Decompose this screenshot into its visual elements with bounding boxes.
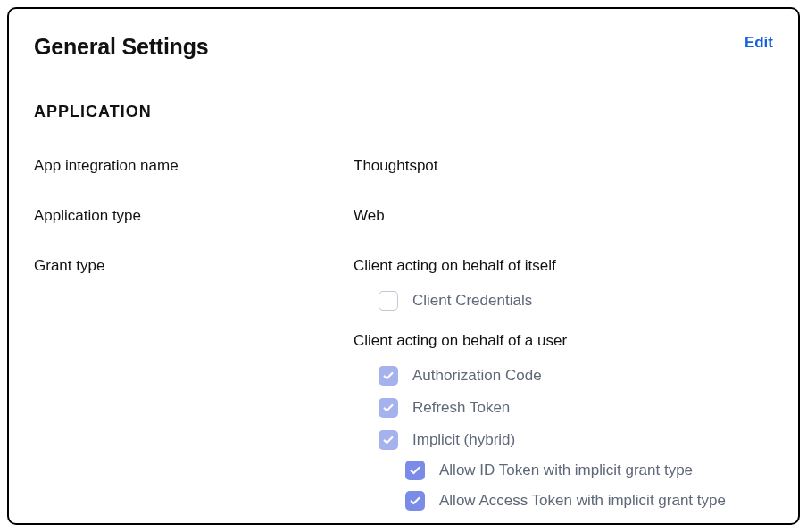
- checkbox-checked-icon: [405, 491, 425, 511]
- checkbox-row-implicit-hybrid[interactable]: Implicit (hybrid): [354, 430, 773, 450]
- field-label: Application type: [34, 207, 354, 225]
- field-application-type: Application type Web: [34, 207, 773, 225]
- page-title: General Settings: [34, 34, 208, 60]
- grant-group-heading-itself: Client acting on behalf of itself: [354, 257, 773, 275]
- checkbox-checked-icon: [379, 398, 398, 418]
- checkbox-label: Allow Access Token with implicit grant t…: [439, 492, 726, 510]
- field-grant-type: Grant type Client acting on behalf of it…: [34, 257, 773, 511]
- checkbox-row-authorization-code[interactable]: Authorization Code: [354, 366, 773, 386]
- checkbox-label: Allow ID Token with implicit grant type: [439, 461, 693, 479]
- checkbox-label: Client Credentials: [412, 292, 532, 310]
- grant-type-block: Client acting on behalf of itself Client…: [354, 257, 773, 511]
- checkbox-checked-icon: [379, 366, 398, 386]
- field-value: Web: [354, 207, 773, 225]
- grant-group-heading-user: Client acting on behalf of a user: [354, 332, 773, 350]
- checkbox-unchecked-icon: [379, 291, 398, 311]
- checkbox-label: Implicit (hybrid): [412, 431, 515, 449]
- field-app-integration-name: App integration name Thoughtspot: [34, 157, 773, 175]
- section-heading-application: APPLICATION: [34, 103, 773, 121]
- edit-button[interactable]: Edit: [745, 34, 773, 52]
- field-value: Thoughtspot: [354, 157, 773, 175]
- checkbox-checked-icon: [379, 430, 398, 450]
- checkbox-checked-icon: [405, 461, 425, 480]
- checkbox-row-allow-id-token[interactable]: Allow ID Token with implicit grant type: [354, 461, 773, 480]
- field-label: Grant type: [34, 257, 354, 275]
- checkbox-row-client-credentials[interactable]: Client Credentials: [354, 291, 773, 311]
- checkbox-row-allow-access-token[interactable]: Allow Access Token with implicit grant t…: [354, 491, 773, 511]
- field-label: App integration name: [34, 157, 354, 175]
- general-settings-panel: General Settings Edit APPLICATION App in…: [7, 7, 800, 525]
- panel-header: General Settings Edit: [34, 34, 773, 60]
- checkbox-label: Refresh Token: [412, 399, 510, 417]
- checkbox-row-refresh-token[interactable]: Refresh Token: [354, 398, 773, 418]
- checkbox-label: Authorization Code: [412, 367, 542, 385]
